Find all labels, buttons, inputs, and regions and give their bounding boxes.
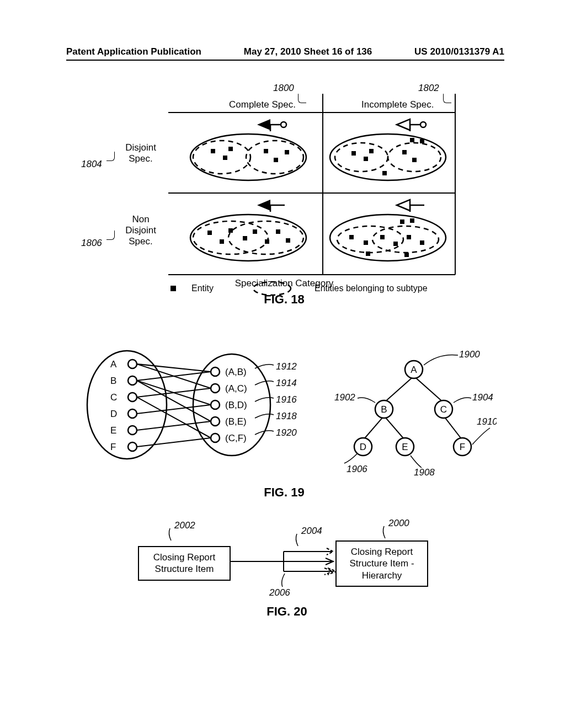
fig20-right-box: Closing Report Structure Item - Hierarch… — [335, 540, 428, 587]
svg-text:D: D — [110, 409, 117, 419]
ref-1914: 1914 — [276, 378, 297, 388]
svg-point-36 — [190, 215, 306, 261]
svg-point-83 — [211, 400, 220, 409]
ref-1800: 1800 — [273, 83, 294, 94]
page: Patent Application Publication May 27, 2… — [0, 0, 565, 728]
svg-point-37 — [193, 221, 268, 254]
figure-18: Complete Spec. Incomplete Spec. 1800 180… — [86, 94, 483, 307]
svg-rect-45 — [276, 229, 280, 234]
svg-point-11 — [246, 141, 303, 174]
svg-text:(A,C): (A,C) — [225, 383, 247, 394]
svg-rect-15 — [264, 149, 268, 153]
ref-1916: 1916 — [276, 394, 297, 405]
svg-marker-20 — [397, 119, 410, 130]
svg-rect-60 — [410, 218, 414, 223]
svg-text:F: F — [460, 442, 465, 452]
legend-subtype-label: Entities belonging to subtype — [315, 283, 428, 293]
svg-rect-58 — [420, 240, 424, 245]
svg-rect-55 — [380, 235, 385, 239]
svg-text:(B,D): (B,D) — [225, 400, 247, 410]
svg-line-97 — [137, 397, 211, 438]
svg-point-51 — [337, 226, 403, 253]
svg-marker-49 — [397, 200, 410, 211]
ref-2000: 2000 — [388, 518, 409, 528]
svg-text:F: F — [110, 442, 116, 452]
ref-2002: 2002 — [174, 520, 195, 531]
svg-line-96 — [137, 421, 211, 430]
ref-1802: 1802 — [418, 83, 439, 94]
svg-point-77 — [128, 442, 137, 451]
svg-rect-59 — [400, 220, 404, 224]
svg-point-23 — [335, 143, 388, 172]
svg-marker-35 — [257, 200, 270, 211]
svg-rect-54 — [364, 240, 368, 245]
svg-point-69 — [128, 376, 137, 385]
ref-1902: 1902 — [334, 392, 355, 403]
svg-point-73 — [128, 409, 137, 418]
svg-point-65 — [87, 351, 167, 459]
legend-entity-label: Entity — [191, 283, 214, 293]
svg-rect-29 — [412, 158, 417, 162]
svg-rect-63 — [170, 286, 176, 291]
svg-text:E: E — [110, 425, 116, 436]
svg-rect-13 — [223, 156, 227, 160]
fig19-caption: FIG. 19 — [72, 485, 497, 500]
ref-1900: 1900 — [459, 349, 480, 360]
svg-line-101 — [363, 416, 384, 440]
ref-1906: 1906 — [347, 464, 367, 474]
svg-point-10 — [193, 141, 250, 174]
svg-rect-14 — [228, 147, 233, 151]
svg-rect-61 — [366, 251, 370, 256]
svg-point-87 — [211, 433, 220, 442]
svg-line-98 — [137, 438, 211, 447]
svg-point-81 — [211, 384, 220, 393]
svg-text:(C,F): (C,F) — [225, 433, 247, 443]
svg-rect-46 — [286, 238, 290, 243]
ref-1910: 1910 — [477, 416, 497, 427]
fig18-grid: Complete Spec. Incomplete Spec. 1800 180… — [86, 94, 483, 276]
header-center: May 27, 2010 Sheet 16 of 136 — [244, 46, 372, 57]
svg-rect-17 — [285, 150, 289, 154]
ref-1908: 1908 — [414, 467, 435, 478]
svg-point-79 — [211, 367, 220, 376]
svg-point-50 — [330, 215, 446, 261]
svg-rect-62 — [404, 253, 409, 257]
svg-rect-25 — [351, 151, 356, 156]
svg-point-85 — [211, 417, 220, 426]
fig18-svg — [86, 94, 483, 276]
svg-point-21 — [420, 122, 426, 127]
ref-2006: 2006 — [269, 587, 290, 598]
svg-point-24 — [388, 143, 441, 172]
svg-rect-57 — [407, 235, 411, 239]
svg-text:B: B — [381, 404, 387, 415]
svg-line-100 — [414, 376, 444, 403]
svg-marker-7 — [257, 119, 270, 130]
svg-rect-53 — [349, 235, 354, 239]
svg-point-38 — [228, 221, 303, 254]
svg-text:C: C — [110, 392, 117, 403]
svg-point-71 — [128, 393, 137, 402]
svg-text:C: C — [440, 404, 447, 415]
svg-point-9 — [190, 134, 306, 180]
svg-rect-12 — [211, 149, 215, 153]
svg-rect-41 — [228, 228, 233, 233]
content-area: Complete Spec. Incomplete Spec. 1800 180… — [66, 88, 504, 695]
svg-rect-56 — [393, 242, 398, 246]
svg-rect-44 — [265, 239, 269, 244]
svg-point-64 — [253, 282, 291, 295]
ref-1904: 1904 — [472, 392, 493, 403]
svg-rect-16 — [274, 158, 278, 162]
ref-1920: 1920 — [276, 427, 297, 438]
ref-2004: 2004 — [301, 526, 322, 536]
svg-line-102 — [384, 416, 405, 440]
svg-rect-42 — [243, 236, 247, 240]
svg-rect-30 — [410, 138, 414, 142]
svg-text:(B,E): (B,E) — [225, 416, 247, 427]
svg-text:A: A — [411, 365, 417, 375]
header-left: Patent Application Publication — [66, 46, 201, 57]
svg-rect-27 — [369, 149, 374, 153]
svg-rect-40 — [220, 239, 224, 244]
fig20-left-box: Closing Report Structure Item — [138, 546, 231, 581]
svg-text:B: B — [110, 376, 116, 386]
svg-rect-31 — [420, 139, 424, 143]
